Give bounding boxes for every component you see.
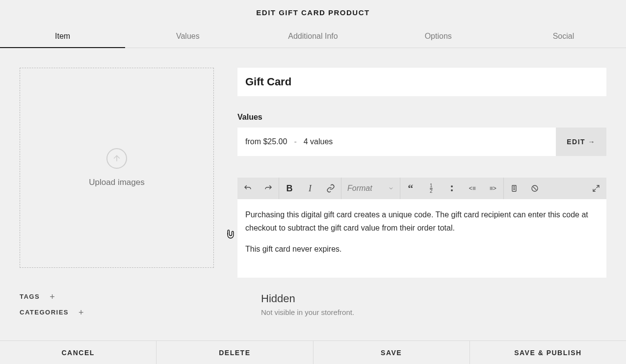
redo-icon[interactable]	[258, 178, 279, 199]
expand-icon[interactable]	[586, 178, 606, 199]
values-from-price: from $25.00	[245, 137, 287, 146]
upload-label: Upload images	[89, 178, 144, 187]
values-count: 4 values	[304, 137, 333, 146]
description-paragraph: Purchasing this digital gift card create…	[245, 208, 599, 234]
values-section-label: Values	[237, 113, 606, 122]
product-title-input[interactable]	[237, 68, 606, 96]
quote-icon[interactable]: “	[400, 178, 421, 199]
format-dropdown[interactable]: Format	[341, 178, 400, 199]
chevron-down-icon	[388, 185, 394, 191]
categories-label: CATEGORIES	[20, 309, 69, 316]
modal-title: EDIT GIFT CARD PRODUCT	[256, 8, 369, 17]
description-editor: B I Format “ 12 <≡ ≡>	[237, 178, 606, 278]
editor-toolbar: B I Format “ 12 <≡ ≡>	[237, 178, 606, 199]
editor-content[interactable]: Purchasing this digital gift card create…	[237, 199, 606, 278]
tab-values[interactable]: Values	[125, 25, 250, 48]
italic-button[interactable]: I	[300, 178, 320, 199]
tags-label: TAGS	[20, 293, 40, 300]
tab-bar: Item Values Additional Info Options Soci…	[0, 25, 626, 48]
bullet-list-icon[interactable]	[442, 178, 462, 199]
values-separator: -	[294, 137, 296, 146]
numbered-list-icon[interactable]: 12	[421, 178, 442, 199]
outdent-icon[interactable]: <≡	[462, 178, 483, 199]
visibility-status[interactable]: Hidden Not visible in your storefront.	[237, 292, 606, 324]
bold-button[interactable]: B	[279, 178, 300, 199]
link-icon[interactable]	[320, 178, 341, 199]
tags-row: TAGS +	[20, 292, 214, 301]
cancel-button[interactable]: CANCEL	[0, 341, 156, 364]
values-summary-row: from $25.00 - 4 values EDIT →	[237, 128, 606, 156]
tab-additional-info[interactable]: Additional Info	[250, 25, 375, 48]
action-footer: CANCEL DELETE SAVE SAVE & PUBLISH	[0, 340, 626, 364]
save-publish-button[interactable]: SAVE & PUBLISH	[470, 341, 626, 364]
undo-icon[interactable]	[237, 178, 258, 199]
edit-values-button[interactable]: EDIT →	[556, 128, 606, 156]
format-label: Format	[347, 184, 372, 193]
save-button[interactable]: SAVE	[313, 341, 470, 364]
description-paragraph: This gift card never expires.	[245, 242, 599, 256]
image-upload-dropzone[interactable]: Upload images	[20, 68, 214, 268]
add-category-button[interactable]: +	[78, 308, 84, 317]
delete-button[interactable]: DELETE	[156, 341, 313, 364]
add-tag-button[interactable]: +	[50, 292, 55, 301]
categories-row: CATEGORIES +	[20, 308, 214, 317]
visibility-title: Hidden	[261, 292, 606, 305]
upload-icon	[106, 148, 127, 169]
modal-header: EDIT GIFT CARD PRODUCT	[0, 0, 626, 25]
tab-social[interactable]: Social	[501, 25, 626, 48]
clear-formatting-icon[interactable]	[524, 178, 545, 199]
tab-options[interactable]: Options	[376, 25, 501, 48]
tab-item[interactable]: Item	[0, 25, 125, 48]
indent-icon[interactable]: ≡>	[483, 178, 503, 199]
visibility-subtitle: Not visible in your storefront.	[261, 308, 606, 316]
paste-icon[interactable]	[504, 178, 524, 199]
